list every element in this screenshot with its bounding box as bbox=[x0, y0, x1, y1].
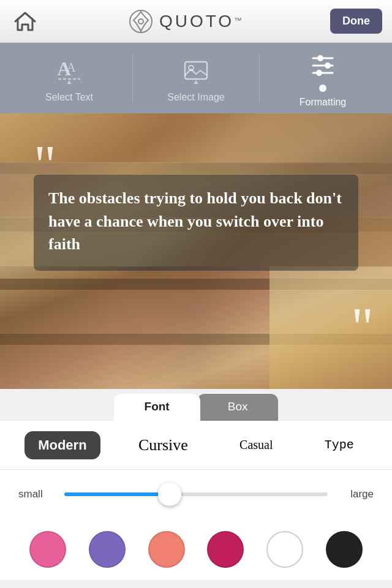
step-formatting-label: Formatting bbox=[300, 97, 346, 108]
size-large-label: large bbox=[340, 488, 374, 500]
close-quote-mark: " bbox=[351, 300, 374, 355]
logo-wordmark: QUOTO™ bbox=[159, 12, 242, 31]
step-select-text[interactable]: A A Select Text bbox=[6, 53, 132, 103]
size-slider-track[interactable] bbox=[64, 492, 328, 496]
color-swatch-crimson[interactable] bbox=[207, 531, 244, 568]
font-modern[interactable]: Modern bbox=[24, 431, 100, 459]
tab-font[interactable]: Font bbox=[114, 394, 200, 421]
font-cursive[interactable]: Cursive bbox=[125, 430, 202, 461]
size-row: small large bbox=[0, 470, 392, 519]
stone-overlay-4 bbox=[270, 266, 392, 389]
svg-point-11 bbox=[316, 70, 322, 76]
select-image-icon bbox=[179, 53, 213, 87]
svg-point-9 bbox=[317, 55, 323, 61]
font-type[interactable]: Type bbox=[311, 432, 368, 458]
quote-text: The obstacles trying to hold you back do… bbox=[48, 187, 344, 256]
step-select-image-label: Select Image bbox=[167, 92, 224, 103]
bottom-tabs: Font Box bbox=[0, 389, 392, 421]
color-swatch-purple[interactable] bbox=[89, 531, 126, 568]
logo-icon bbox=[129, 9, 153, 34]
canvas-area[interactable]: " " The obstacles trying to hold you bac… bbox=[0, 113, 392, 389]
tab-box[interactable]: Box bbox=[197, 394, 279, 421]
tm-mark: ™ bbox=[234, 15, 242, 24]
quote-box[interactable]: The obstacles trying to hold you back do… bbox=[34, 175, 358, 271]
color-swatch-pink[interactable] bbox=[29, 531, 66, 568]
header: QUOTO™ Done bbox=[0, 0, 392, 43]
color-swatch-black[interactable] bbox=[326, 531, 363, 568]
step-select-text-label: Select Text bbox=[45, 92, 93, 103]
color-row bbox=[0, 519, 392, 580]
slider-thumb[interactable] bbox=[158, 483, 181, 506]
svg-point-10 bbox=[325, 62, 331, 69]
slider-fill bbox=[64, 492, 170, 496]
step-select-image[interactable]: Select Image bbox=[133, 53, 259, 103]
active-step-dot bbox=[319, 85, 326, 92]
svg-point-1 bbox=[138, 19, 143, 24]
logo: QUOTO™ bbox=[129, 9, 242, 34]
steps-bar: A A Select Text Select Image bbox=[0, 43, 392, 113]
stone-overlay-1 bbox=[0, 113, 392, 162]
svg-text:A: A bbox=[67, 61, 76, 74]
home-button[interactable] bbox=[10, 6, 40, 37]
font-selector: Modern Cursive Casual Type bbox=[0, 421, 392, 470]
color-swatch-white[interactable] bbox=[266, 531, 303, 568]
step-formatting[interactable]: Formatting bbox=[260, 48, 386, 108]
size-small-label: small bbox=[18, 488, 52, 500]
logo-text: QUOTO bbox=[159, 12, 234, 31]
done-button[interactable]: Done bbox=[330, 9, 382, 34]
svg-point-0 bbox=[130, 10, 152, 32]
formatting-icon bbox=[306, 48, 340, 82]
font-casual[interactable]: Casual bbox=[226, 432, 286, 458]
color-swatch-salmon[interactable] bbox=[148, 531, 185, 568]
select-text-icon: A A bbox=[53, 53, 86, 87]
svg-rect-4 bbox=[185, 62, 207, 79]
